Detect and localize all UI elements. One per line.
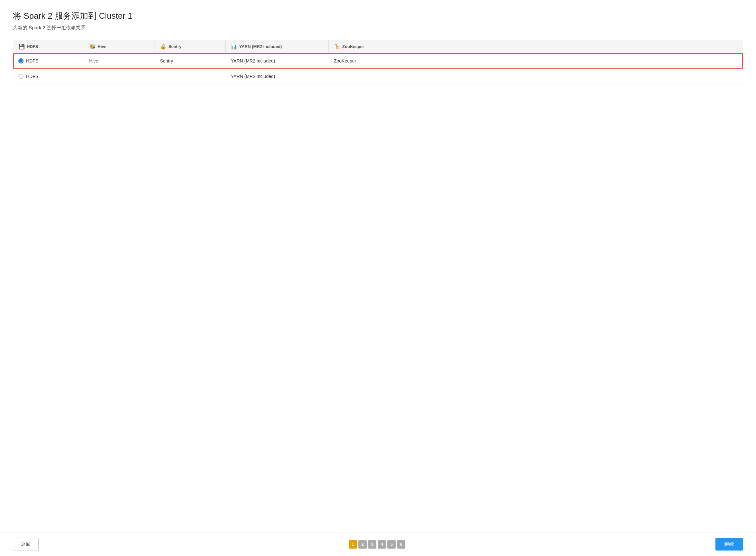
row-1-radio[interactable] [18, 74, 24, 79]
th-sentry: 🔒Sentry [155, 40, 226, 53]
page-1[interactable]: 1 [349, 540, 357, 549]
th-hive: 🐝Hive [84, 40, 155, 53]
yarn-icon: 📊 [231, 43, 237, 49]
row-1-cell-3: YARN (MR2 Included) [231, 74, 275, 79]
pagination: 123456 [349, 540, 405, 549]
footer: 返回 123456 继续 [0, 532, 756, 556]
th-hdfs: 💾HDFS [13, 40, 84, 53]
row-0-radio[interactable] [18, 58, 24, 64]
row-0-cell-0: HDFS [26, 58, 38, 64]
zookeeper-icon: 🦒 [334, 43, 340, 49]
page-4[interactable]: 4 [378, 540, 386, 549]
table-header: 💾HDFS🐝Hive🔒Sentry📊YARN (MR2 Included)🦒Zo… [13, 40, 743, 53]
page-5[interactable]: 5 [387, 540, 396, 549]
page-2[interactable]: 2 [358, 540, 367, 549]
table-row[interactable]: HDFSHiveSentryYARN (MR2 Included)ZooKeep… [13, 53, 743, 69]
row-0-cell-4: ZooKeeper [334, 58, 356, 64]
back-button[interactable]: 返回 [13, 537, 39, 551]
page-title: 将 Spark 2 服务添加到 Cluster 1 [13, 10, 743, 22]
page-subtitle: 为新的 Spark 2 选择一组依赖关系 [13, 25, 743, 31]
dependency-table: 💾HDFS🐝Hive🔒Sentry📊YARN (MR2 Included)🦒Zo… [13, 40, 743, 84]
sentry-icon: 🔒 [160, 43, 166, 49]
table-body: HDFSHiveSentryYARN (MR2 Included)ZooKeep… [13, 53, 743, 84]
row-0-cell-3: YARN (MR2 Included) [231, 58, 275, 64]
table-row[interactable]: HDFSYARN (MR2 Included) [13, 69, 743, 84]
page-content: 将 Spark 2 服务添加到 Cluster 1 为新的 Spark 2 选择… [0, 0, 756, 532]
th-yarn: 📊YARN (MR2 Included) [226, 40, 329, 53]
continue-button[interactable]: 继续 [715, 538, 743, 551]
row-0-cell-2: Sentry [160, 58, 173, 64]
page-6[interactable]: 6 [397, 540, 405, 549]
hdfs-icon: 💾 [18, 43, 25, 49]
row-0-cell-1: Hive [89, 58, 98, 64]
page-3[interactable]: 3 [368, 540, 376, 549]
th-zookeeper: 🦒ZooKeeper [329, 40, 743, 53]
row-1-cell-0: HDFS [26, 74, 38, 79]
hive-icon: 🐝 [89, 43, 96, 49]
